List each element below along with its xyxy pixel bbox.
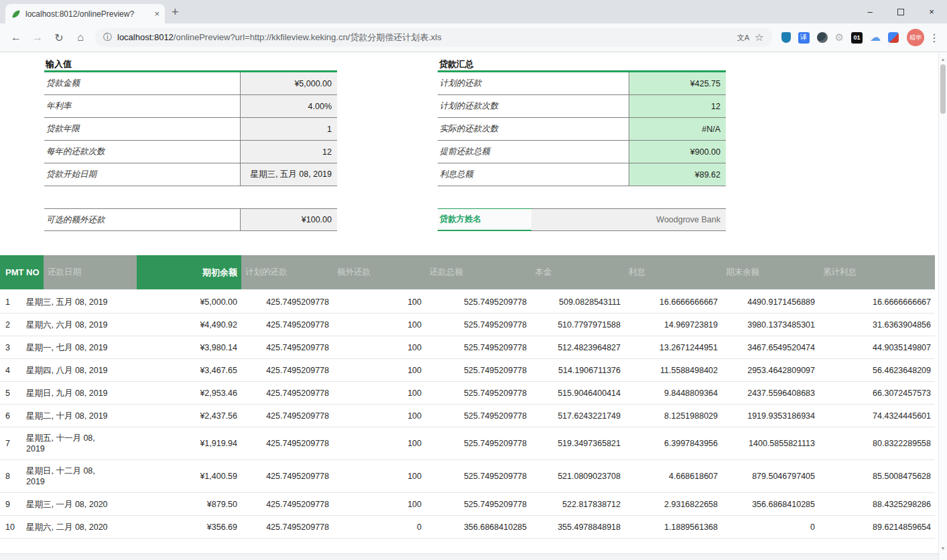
table-cell: 425.7495209778 — [241, 522, 333, 533]
translate-extension-icon[interactable]: 译 — [798, 32, 810, 44]
table-cell: 519.3497365821 — [531, 438, 625, 449]
page-info-icon[interactable]: ⓘ — [103, 31, 112, 44]
summary-panel: 贷款汇总 计划的还款¥425.75计划的还款次数12实际的还款次数#N/A提前还… — [438, 56, 726, 231]
table-cell: 512.4823964827 — [531, 342, 625, 353]
row-label: 每年的还款次数 — [44, 141, 240, 163]
table-cell: 星期日, 九月 08, 2019 — [22, 388, 137, 399]
close-button[interactable]: × — [916, 0, 947, 23]
column-header: 还款总额 — [426, 255, 531, 289]
row-value: 12 — [240, 141, 337, 163]
table-row: 9星期三, 一月 08, 2020¥879.50425.749520977810… — [0, 493, 935, 516]
table-cell: 522.817838712 — [531, 499, 625, 510]
table-cell: ¥4,490.92 — [137, 320, 241, 330]
shield-extension-icon[interactable] — [781, 32, 791, 43]
table-cell: 425.7495209778 — [241, 438, 333, 449]
table-cell: 525.7495209778 — [426, 411, 531, 421]
back-button[interactable]: ← — [7, 28, 25, 47]
table-cell: 509.0828543111 — [531, 297, 625, 307]
tab-close-icon[interactable]: × — [154, 9, 160, 19]
row-label: 计划的还款 — [438, 72, 629, 94]
table-cell: 100 — [333, 388, 426, 399]
colored-extension-icon[interactable] — [888, 32, 899, 43]
browser-menu-icon[interactable]: ⋮ — [927, 31, 942, 44]
input-panel: 输入值 贷款金额¥5,000.00年利率4.00%贷款年限1每年的还款次数12贷… — [44, 56, 337, 231]
profile-avatar[interactable]: 精华 — [907, 29, 924, 46]
vertical-scrollbar[interactable]: ▲ ▼ — [938, 53, 947, 560]
table-row: 4星期四, 八月 08, 2019¥3,467.65425.7495209778… — [0, 359, 935, 382]
page-content: 输入值 贷款金额¥5,000.00年利率4.00%贷款年限1每年的还款次数12贷… — [0, 53, 947, 560]
table-cell: 8.1251988029 — [625, 411, 722, 421]
table-cell: ¥5,000.00 — [137, 297, 241, 307]
table-cell: 星期五, 十一月 08, 2019 — [22, 433, 137, 454]
table-cell: 88.4325298286 — [819, 499, 935, 510]
row-value: #N/A — [629, 118, 726, 140]
new-tab-button[interactable]: + — [172, 5, 179, 19]
table-cell: 515.9046400414 — [531, 388, 625, 399]
scroll-down-icon[interactable]: ▼ — [939, 543, 947, 553]
column-header: 利息 — [625, 255, 722, 289]
table-cell: 星期一, 七月 08, 2019 — [22, 342, 137, 353]
table-cell: 100 — [333, 471, 426, 482]
table-cell: 4.668618607 — [625, 471, 722, 482]
gray-extension-icon[interactable]: ⚙ — [835, 32, 844, 43]
row-value: ¥100.00 — [240, 209, 337, 230]
table-row: 10星期六, 二月 08, 2020¥356.69425.74952097780… — [0, 516, 935, 539]
table-cell: 525.7495209778 — [426, 438, 531, 449]
panel-row: 利息总额¥89.62 — [438, 163, 726, 186]
dark-circle-extension-icon[interactable] — [817, 32, 828, 43]
table-cell: 星期日, 十二月 08, 2019 — [22, 466, 137, 487]
panel-row: 年利率4.00% — [44, 95, 337, 118]
table-cell: 3980.1373485301 — [722, 320, 819, 330]
summary-panel-title: 贷款汇总 — [438, 56, 726, 72]
maximize-button[interactable] — [885, 0, 916, 23]
table-cell: 1.1889561368 — [625, 522, 722, 533]
table-cell: 517.6243221749 — [531, 411, 625, 421]
leaf-favicon-icon — [11, 9, 21, 19]
table-cell: 星期六, 二月 08, 2020 — [22, 522, 137, 533]
url-host: localhost:8012 — [117, 32, 174, 42]
translate-icon[interactable]: 文A — [737, 33, 749, 43]
row-label: 可选的额外还款 — [44, 209, 240, 230]
table-cell: 1 — [0, 297, 22, 307]
minimize-button[interactable]: – — [855, 0, 885, 23]
table-cell: 3 — [0, 342, 22, 353]
cloud-extension-icon[interactable]: ☁ — [870, 32, 881, 43]
row-label: 贷款金额 — [44, 72, 240, 94]
table-cell: 525.7495209778 — [426, 365, 531, 376]
bookmark-star-icon[interactable]: ☆ — [755, 31, 763, 44]
table-row: 6星期二, 十月 08, 2019¥2,437.56425.7495209778… — [0, 405, 935, 427]
spacer-row — [44, 186, 337, 208]
table-cell: 星期四, 八月 08, 2019 — [22, 365, 137, 376]
table-cell: ¥3,467.65 — [137, 365, 241, 376]
table-cell: ¥1,919.94 — [137, 438, 241, 449]
row-value: ¥900.00 — [629, 141, 726, 163]
tab-title: localhost:8012/onlinePreview? — [25, 9, 151, 19]
browser-tab[interactable]: localhost:8012/onlinePreview? × — [5, 4, 165, 23]
column-header: 还款日期 — [44, 255, 137, 289]
table-cell: 4490.9171456889 — [722, 297, 819, 307]
scrollbar-thumb[interactable] — [940, 64, 946, 114]
table-cell: 525.7495209778 — [426, 388, 531, 399]
table-cell: 56.4623648209 — [819, 365, 935, 376]
scroll-up-icon[interactable]: ▲ — [939, 54, 947, 64]
column-header: 计划的还款 — [241, 255, 333, 289]
badge-extension-icon[interactable]: 01 — [851, 32, 863, 44]
table-cell: 星期六, 六月 08, 2019 — [22, 320, 137, 330]
forward-button[interactable]: → — [28, 28, 47, 47]
table-cell: 525.7495209778 — [426, 471, 531, 482]
maximize-icon — [897, 9, 904, 15]
table-row: 5星期日, 九月 08, 2019¥2,953.46425.7495209778… — [0, 382, 935, 405]
reload-button[interactable]: ↻ — [50, 28, 68, 47]
home-button[interactable]: ⌂ — [71, 28, 90, 47]
column-header: 期初余额 — [137, 255, 241, 289]
address-bar[interactable]: ⓘ localhost:8012/onlinePreview?url=http:… — [95, 28, 772, 47]
table-cell: 425.7495209778 — [241, 320, 333, 330]
row-label: 年利率 — [44, 95, 240, 117]
table-cell: 425.7495209778 — [241, 388, 333, 399]
summary-rows: 计划的还款¥425.75计划的还款次数12实际的还款次数#N/A提前还款总额¥9… — [438, 72, 726, 186]
amortization-table: PMT NO还款日期期初余额计划的还款额外还款还款总额本金利息期末余额累计利息 … — [0, 255, 935, 539]
table-cell: 525.7495209778 — [426, 320, 531, 330]
table-cell: 525.7495209778 — [426, 342, 531, 353]
table-cell: 425.7495209778 — [241, 365, 333, 376]
horizontal-scrollbar[interactable] — [0, 553, 938, 560]
